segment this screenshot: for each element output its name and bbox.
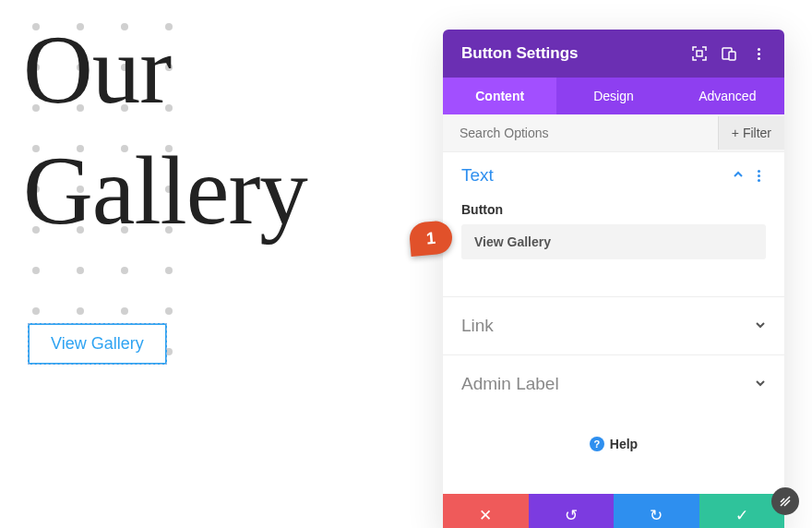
help-icon: ? [590, 437, 604, 451]
expand-icon[interactable] [692, 46, 707, 61]
button-text-input[interactable] [461, 224, 766, 259]
settings-panel: Button Settings Content Design Advanced … [443, 30, 784, 528]
undo-button[interactable]: ↺ [529, 494, 615, 528]
redo-icon: ↻ [650, 506, 663, 525]
page-heading: Our Gallery [23, 9, 415, 252]
resize-handle[interactable] [771, 487, 799, 515]
check-icon: ✓ [735, 506, 748, 525]
action-bar: ✕ ↺ ↻ ✓ [443, 494, 784, 528]
button-field-label: Button [461, 202, 766, 217]
svg-rect-2 [729, 52, 735, 60]
section-link[interactable]: Link [443, 296, 784, 354]
heading-line-2: Gallery [23, 130, 415, 251]
filter-button[interactable]: + Filter [718, 116, 784, 150]
heading-line-1: Our [23, 9, 415, 130]
search-row: + Filter [443, 114, 784, 152]
chevron-down-icon [755, 377, 766, 391]
cancel-button[interactable]: ✕ [443, 494, 529, 528]
section-admin-title: Admin Label [461, 374, 559, 394]
panel-header: Button Settings [443, 30, 784, 78]
chevron-down-icon [755, 318, 766, 333]
chevron-up-icon [733, 168, 744, 183]
help-label: Help [610, 437, 638, 451]
section-text-header[interactable]: Text [461, 165, 766, 186]
section-link-title: Link [461, 316, 494, 336]
undo-icon: ↺ [565, 506, 578, 525]
section-text: Text Button [443, 152, 784, 296]
tabs: Content Design Advanced [443, 78, 784, 114]
section-admin-label[interactable]: Admin Label [443, 354, 784, 413]
section-text-title: Text [461, 165, 494, 186]
responsive-icon[interactable] [722, 46, 736, 61]
tab-design[interactable]: Design [556, 78, 670, 114]
close-icon: ✕ [479, 506, 492, 525]
header-icons [692, 46, 766, 61]
svg-rect-0 [697, 51, 702, 56]
redo-button[interactable]: ↻ [614, 494, 699, 528]
plus-icon: + [732, 126, 739, 140]
panel-title: Button Settings [461, 44, 579, 63]
section-kebab-icon[interactable] [751, 168, 766, 183]
help-link[interactable]: ? Help [443, 413, 784, 494]
tab-content[interactable]: Content [443, 78, 556, 114]
view-gallery-button[interactable]: View Gallery [28, 323, 167, 365]
filter-label: Filter [743, 126, 771, 140]
kebab-menu-icon[interactable] [751, 46, 766, 61]
tab-advanced[interactable]: Advanced [671, 78, 784, 114]
search-input[interactable] [443, 114, 718, 151]
